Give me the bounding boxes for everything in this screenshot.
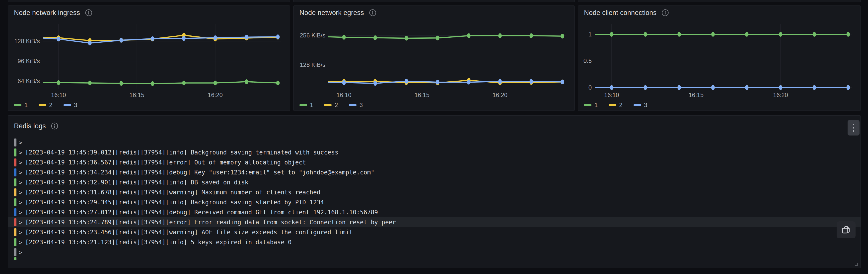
- series-point-1: [373, 35, 377, 40]
- y-axis-tick-label: 128 KiB/s: [300, 61, 326, 68]
- legend-item-2[interactable]: 2: [324, 102, 338, 109]
- log-text: [2023-04-19 13:45:27.012][redis][37954][…: [25, 209, 378, 216]
- log-text: [2023-04-19 13:45:31.678][redis][37954][…: [25, 189, 320, 196]
- legend-item-3[interactable]: 3: [64, 102, 77, 109]
- series-point-1: [561, 34, 564, 38]
- series-point-3: [405, 79, 408, 84]
- panel-header: Node network ingress: [8, 6, 290, 17]
- legend-series-label: 2: [335, 102, 338, 109]
- log-row[interactable]: >[2023-04-19 13:45:31.678][redis][37954]…: [8, 187, 861, 197]
- log-level-bar-info: [14, 179, 17, 186]
- log-row[interactable]: >[2023-04-19 13:45:29.345][redis][37954]…: [8, 197, 861, 208]
- chevron-right-icon[interactable]: >: [18, 199, 23, 205]
- series-point-3: [88, 41, 92, 46]
- series-point-1: [405, 36, 408, 41]
- legend-item-3[interactable]: 3: [633, 102, 647, 109]
- legend-series-swatch: [300, 104, 307, 106]
- legend-item-1[interactable]: 1: [584, 102, 598, 109]
- series-point-3: [214, 35, 217, 40]
- log-text: [2023-04-19 13:45:29.345][redis][37954][…: [25, 199, 324, 206]
- plot-canvas[interactable]: [329, 24, 565, 89]
- legend-item-2[interactable]: 2: [609, 102, 622, 109]
- chevron-right-icon[interactable]: >: [18, 160, 23, 166]
- log-text: [2023-04-19 13:45:36.567][redis][37954][…: [25, 159, 306, 166]
- copy-icon: [841, 225, 851, 235]
- log-row[interactable]: >[2023-04-19 13:45:23.456][redis][37954]…: [8, 227, 861, 237]
- partial-panel-above-2: [293, 0, 575, 2]
- panel-menu-button[interactable]: [847, 120, 860, 136]
- legend-item-2[interactable]: 2: [39, 102, 52, 109]
- log-row[interactable]: >: [8, 247, 861, 257]
- log-text: [2023-04-19 13:45:39.012][redis][37954][…: [25, 149, 338, 156]
- chevron-right-icon[interactable]: >: [18, 189, 23, 196]
- log-row[interactable]: >[2023-04-19 13:45:27.012][redis][37954]…: [8, 208, 861, 217]
- y-axis: 00.51: [578, 24, 595, 89]
- x-axis-tick-label: 16:15: [689, 91, 704, 99]
- y-axis-tick-label: 0.5: [584, 57, 592, 64]
- info-icon[interactable]: [661, 9, 669, 17]
- legend-series-swatch: [39, 104, 46, 106]
- chart-plot-area: 64 KiB/s96 KiB/s128 KiB/s: [8, 24, 290, 89]
- x-axis-tick-label: 16:10: [604, 91, 619, 99]
- log-row[interactable]: >[2023-04-19 13:45:21.123][redis][37954]…: [8, 237, 861, 247]
- series-line-2: [43, 35, 278, 40]
- series-point-3: [467, 80, 471, 85]
- series-line-1: [329, 36, 562, 38]
- legend-item-1[interactable]: 1: [300, 102, 313, 109]
- panel-resize-handle[interactable]: [855, 263, 858, 266]
- info-icon[interactable]: [85, 9, 92, 17]
- chevron-right-icon[interactable]: >: [18, 209, 23, 216]
- legend-item-3[interactable]: 3: [349, 102, 363, 109]
- plot-canvas[interactable]: [43, 24, 281, 89]
- log-row[interactable]: >[2023-04-19 13:45:24.789][redis][37954]…: [8, 217, 861, 227]
- log-row[interactable]: >: [8, 137, 861, 147]
- panel-redis-logs: Redis logs >>[2023-04-19 13:45:39.012][r…: [8, 115, 861, 268]
- chevron-right-icon[interactable]: >: [18, 139, 23, 146]
- log-console: >>[2023-04-19 13:45:39.012][redis][37954…: [8, 137, 861, 260]
- chart-plot-area: 128 KiB/s256 KiB/s: [293, 24, 575, 89]
- chevron-right-icon[interactable]: >: [18, 249, 23, 255]
- log-row[interactable]: >[2023-04-19 13:45:34.234][redis][37954]…: [8, 167, 861, 177]
- series-point-1: [745, 32, 748, 37]
- plot-canvas[interactable]: [595, 24, 851, 89]
- copy-button[interactable]: [837, 221, 856, 238]
- series-point-1: [276, 81, 280, 85]
- legend-series-swatch: [609, 104, 616, 106]
- y-axis-tick-label: 256 KiB/s: [300, 32, 326, 39]
- panel-title[interactable]: Node network egress: [300, 9, 364, 17]
- panel-title[interactable]: Node client connections: [584, 9, 656, 17]
- legend-series-swatch: [64, 104, 71, 106]
- y-axis: 128 KiB/s256 KiB/s: [293, 24, 329, 89]
- log-level-bar-debug: [14, 168, 17, 176]
- y-axis-tick-label: 0: [588, 84, 592, 91]
- chevron-right-icon[interactable]: >: [18, 229, 23, 236]
- panel-title[interactable]: Node network ingress: [14, 9, 80, 17]
- x-axis-tick-label: 16:10: [51, 91, 66, 99]
- chevron-right-icon[interactable]: >: [18, 180, 23, 186]
- legend-series-label: 3: [644, 102, 647, 109]
- log-row[interactable]: >[2023-04-19 13:45:36.567][redis][37954]…: [8, 158, 861, 167]
- y-axis-tick-label: 96 KiB/s: [18, 58, 40, 65]
- x-axis-tick-label: 16:15: [129, 91, 144, 99]
- info-icon[interactable]: [51, 122, 58, 130]
- chevron-right-icon[interactable]: >: [18, 149, 23, 156]
- series-point-1: [151, 81, 154, 86]
- legend-series-swatch: [324, 104, 332, 106]
- chevron-right-icon[interactable]: >: [18, 239, 23, 246]
- log-row[interactable]: >[2023-04-19 13:45:39.012][redis][37954]…: [8, 147, 861, 158]
- series-point-1: [88, 81, 92, 85]
- panel-title[interactable]: Redis logs: [14, 122, 46, 130]
- series-point-1: [498, 33, 502, 38]
- legend-item-1[interactable]: 1: [14, 102, 28, 109]
- panel-header: Redis logs: [8, 115, 861, 130]
- series-point-1: [436, 36, 439, 40]
- chevron-right-icon[interactable]: >: [18, 169, 23, 176]
- partial-panel-above-3: [578, 0, 861, 2]
- panel-node-network-ingress: Node network ingress 64 KiB/s96 KiB/s128…: [8, 5, 290, 111]
- log-row[interactable]: [8, 257, 861, 260]
- y-axis-tick-label: 128 KiB/s: [14, 38, 40, 45]
- chevron-right-icon[interactable]: >: [18, 219, 23, 226]
- info-icon[interactable]: [369, 9, 376, 17]
- log-row[interactable]: >[2023-04-19 13:45:32.901][redis][37954]…: [8, 177, 861, 187]
- chart-plot-area: 00.51: [578, 24, 861, 89]
